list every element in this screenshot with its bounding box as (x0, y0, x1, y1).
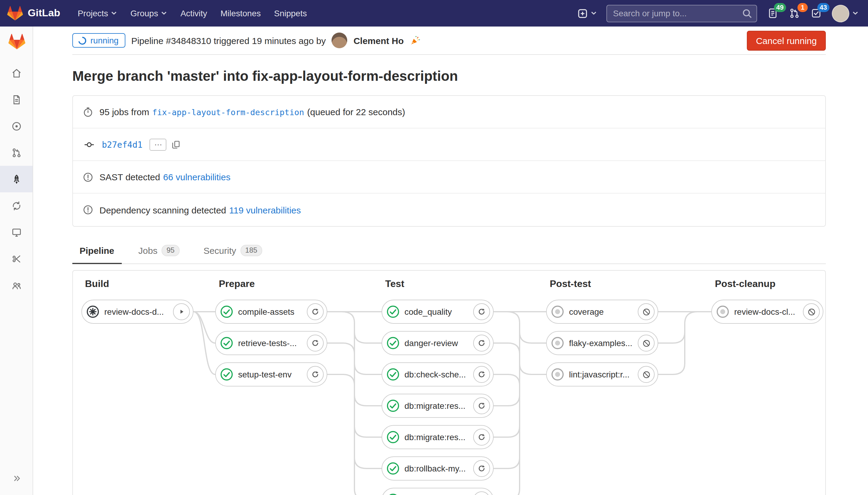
job-pill[interactable]: code_quality (382, 300, 494, 324)
job-pill[interactable]: setup-test-env (215, 362, 327, 387)
status-badge: running (72, 33, 125, 48)
status-created-icon (551, 305, 564, 318)
pipeline-summary-text: Pipeline #34848310 triggered 19 minutes … (131, 35, 326, 46)
job-pill[interactable]: db:rollback-my... (382, 456, 494, 480)
job-pill[interactable]: coverage (546, 300, 658, 324)
job-pill[interactable]: compile-assets (215, 300, 327, 324)
stage-header-post-test: Post-test (550, 278, 591, 289)
merge-requests-nav-button[interactable]: 1 (788, 7, 800, 19)
status-created-icon (551, 337, 564, 350)
retry-job-button[interactable] (473, 397, 490, 414)
tab-pipeline[interactable]: Pipeline (72, 238, 121, 263)
menu-item-activity[interactable]: Activity (174, 0, 214, 27)
todos-nav-button[interactable]: 43 (810, 7, 822, 19)
job-pill[interactable]: retrieve-tests-... (215, 331, 327, 355)
chevron-down-icon (111, 12, 117, 15)
project-avatar[interactable] (8, 33, 26, 50)
new-menu-button[interactable] (577, 7, 597, 19)
sidebar-collapse-button[interactable] (0, 466, 33, 490)
job-pill[interactable]: lint:javascript:r... (546, 362, 658, 387)
status-success-icon (386, 337, 400, 350)
job-pill[interactable]: flaky-examples... (546, 331, 658, 355)
menu-item-snippets[interactable]: Snippets (267, 0, 313, 27)
sidebar-item-merge-requests[interactable] (0, 139, 33, 166)
users-icon (11, 279, 22, 291)
branch-link[interactable]: fix-app-layout-form-description (152, 107, 304, 117)
job-pill[interactable]: db:check-sche... (382, 362, 494, 387)
sast-vulnerabilities-link[interactable]: 66 vulnerabilities (163, 172, 230, 182)
copy-commit-button[interactable] (172, 140, 181, 149)
merge-request-icon (11, 147, 22, 158)
main-content: running Pipeline #34848310 triggered 19 … (33, 27, 868, 495)
cancel-job-button[interactable] (638, 366, 655, 383)
retry-job-button[interactable] (473, 303, 490, 320)
sidebar-item-environments[interactable] (0, 219, 33, 245)
status-success-icon (386, 399, 400, 412)
retry-job-button[interactable] (473, 491, 490, 495)
chevron-down-icon (591, 12, 597, 15)
retry-job-button[interactable] (307, 303, 324, 320)
search-input[interactable] (606, 4, 757, 22)
job-pill[interactable] (382, 488, 494, 495)
issues-nav-button[interactable]: 49 (767, 7, 779, 19)
menu-item-groups[interactable]: Groups (124, 0, 174, 27)
plus-square-icon (577, 7, 588, 19)
commit-expand-button[interactable]: ··· (150, 138, 167, 150)
chevron-down-icon (161, 12, 167, 15)
author-avatar[interactable] (332, 33, 347, 48)
commit-sha-link[interactable]: b27ef4d1 (102, 140, 142, 149)
gitlab-logo-icon[interactable] (7, 5, 23, 21)
monitor-icon (11, 226, 22, 238)
cancel-job-button[interactable] (803, 303, 820, 320)
tab-security[interactable]: Security 185 (196, 238, 269, 263)
brand-wordmark[interactable]: GitLab (28, 7, 60, 19)
tab-jobs[interactable]: Jobs 95 (131, 238, 187, 263)
job-pill[interactable]: db:migrate:res... (382, 394, 494, 418)
alert-circle-icon (83, 172, 93, 182)
dependency-vulnerabilities-link[interactable]: 119 vulnerabilities (229, 205, 301, 215)
job-pill[interactable]: danger-review (382, 331, 494, 355)
menu-item-projects[interactable]: Projects (71, 0, 124, 27)
user-menu-button[interactable] (832, 4, 858, 22)
status-success-icon (386, 430, 400, 444)
cancel-job-button[interactable] (638, 335, 655, 352)
search-icon[interactable] (742, 7, 753, 19)
retry-job-button[interactable] (473, 335, 490, 352)
todos-count-badge: 43 (817, 3, 830, 12)
status-success-icon (386, 305, 400, 318)
dependency-row: Dependency scanning detected 119 vulnera… (73, 193, 825, 226)
retry-job-button[interactable] (307, 335, 324, 352)
status-success-icon (386, 493, 400, 495)
retry-job-button[interactable] (473, 460, 490, 477)
sidebar-item-issues[interactable] (0, 113, 33, 139)
retry-job-button[interactable] (473, 429, 490, 446)
pipeline-tabs: Pipeline Jobs 95 Security 185 (72, 238, 826, 264)
commit-icon (83, 139, 96, 150)
pipeline-header: running Pipeline #34848310 triggered 19 … (72, 30, 826, 51)
cancel-running-button[interactable]: Cancel running (747, 31, 826, 50)
sidebar-item-home[interactable] (0, 60, 33, 86)
commit-row: b27ef4d1 ··· (73, 129, 825, 161)
top-navbar: GitLab Projects Groups Activity Mileston… (0, 0, 868, 27)
sidebar-item-members[interactable] (0, 272, 33, 298)
page-title: Merge branch 'master' into fix-app-layou… (72, 67, 826, 85)
job-pill[interactable]: review-docs-d... (81, 300, 193, 324)
main-menu: Projects Groups Activity Milestones Snip… (71, 0, 314, 27)
merge-requests-count-badge: 1 (797, 3, 808, 12)
issues-count-badge: 49 (774, 3, 786, 12)
cancel-job-button[interactable] (638, 303, 655, 320)
status-created-icon (551, 368, 564, 381)
job-pill[interactable]: review-docs-cl... (711, 300, 823, 324)
sidebar-item-repository[interactable] (0, 86, 33, 113)
author-name[interactable]: Clement Ho (353, 35, 404, 46)
retry-job-button[interactable] (473, 366, 490, 383)
job-pill[interactable]: db:migrate:res... (382, 425, 494, 449)
status-created-icon (716, 305, 729, 318)
sidebar-item-operations[interactable] (0, 192, 33, 219)
sidebar-item-ci-cd[interactable] (0, 166, 33, 192)
sidebar-item-snippets[interactable] (0, 245, 33, 272)
menu-item-milestones[interactable]: Milestones (214, 0, 267, 27)
play-job-button[interactable] (173, 303, 190, 320)
retry-job-button[interactable] (307, 366, 324, 383)
running-spinner-icon (78, 36, 87, 45)
